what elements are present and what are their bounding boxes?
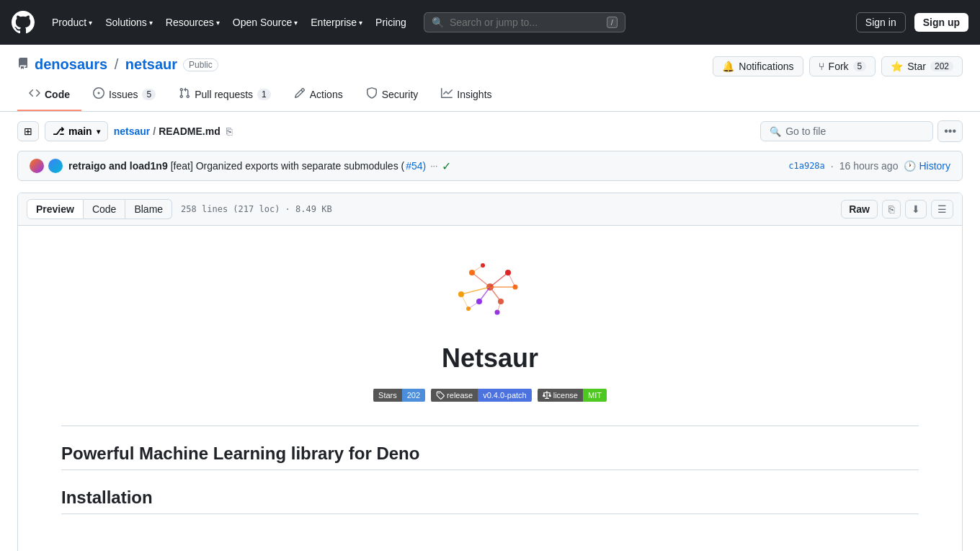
nav-open-source[interactable]: Open Source ▾ (227, 12, 304, 32)
chevron-down-icon: ▾ (149, 19, 153, 27)
visibility-badge: Public (183, 58, 218, 71)
chevron-down-icon: ▾ (216, 19, 220, 27)
github-logo-icon (12, 11, 35, 34)
sidebar-expand-icon: ⊞ (24, 125, 32, 137)
go-to-file-input[interactable]: 🔍 Go to file (760, 121, 933, 141)
github-logo[interactable] (12, 11, 35, 34)
file-browser-header: ⊞ ⎇ main ▾ netsaur / README.md ⎘ 🔍 Go to… (0, 112, 980, 151)
repo-name-link[interactable]: netsaur (125, 56, 177, 72)
branch-chevron-icon: ▾ (97, 128, 100, 136)
tab-actions[interactable]: Actions (282, 79, 355, 111)
repo-tabs: Code Issues 5 Pull requests 1 Actions (0, 79, 980, 112)
search-icon: 🔍 (432, 17, 444, 28)
tab-code[interactable]: Code (17, 79, 81, 111)
code-icon (29, 87, 40, 101)
chevron-down-icon: ▾ (359, 19, 362, 27)
fork-button[interactable]: ⑂ Fork 5 (809, 56, 876, 76)
nav-pricing[interactable]: Pricing (370, 12, 412, 32)
copy-icon: ⎘ (888, 203, 894, 215)
svg-line-16 (472, 265, 483, 273)
search-input[interactable] (450, 17, 601, 28)
svg-line-18 (468, 301, 479, 309)
star-icon: ⭐ (891, 61, 903, 72)
code-tab[interactable]: Code (84, 199, 125, 219)
release-badge: release v0.4.0-patch (431, 388, 532, 402)
commit-pr-link[interactable]: #54) (406, 160, 426, 172)
breadcrumb-file: README.md (159, 125, 220, 137)
svg-line-14 (490, 287, 501, 301)
tab-issues[interactable]: Issues 5 (81, 79, 167, 111)
svg-line-10 (472, 273, 490, 287)
signin-button[interactable]: Sign in (856, 12, 906, 32)
star-button[interactable]: ⭐ Star 202 (881, 56, 963, 76)
branch-icon: ⎇ (53, 125, 64, 137)
history-icon: 🕐 (904, 160, 916, 172)
download-button[interactable]: ⬇ (905, 200, 927, 219)
copy-content-button[interactable]: ⎘ (882, 200, 901, 219)
bell-icon: 🔔 (722, 61, 734, 72)
fork-icon: ⑂ (819, 61, 824, 72)
chevron-down-icon: ▾ (294, 19, 298, 27)
breadcrumb: netsaur / README.md ⎘ (114, 124, 235, 138)
commit-authors: retraigo and load1n9 (68, 160, 168, 172)
pr-count: 1 (257, 89, 271, 100)
list-icon: ☰ (937, 203, 947, 215)
expand-sidebar-button[interactable]: ⊞ (17, 121, 39, 141)
commit-sha-link[interactable]: c1a928a (788, 161, 825, 171)
commit-dot-separator: · (831, 160, 834, 172)
tab-insights[interactable]: Insights (429, 79, 503, 111)
breadcrumb-repo-link[interactable]: netsaur (114, 125, 151, 137)
nav-solutions[interactable]: Solutions ▾ (99, 12, 159, 32)
readme-section-heading-install: Installation (61, 488, 919, 514)
svg-line-11 (490, 273, 508, 287)
blame-tab[interactable]: Blame (125, 199, 172, 219)
stars-badge: Stars 202 (373, 388, 425, 402)
file-viewer: Preview Code Blame 258 lines (217 loc) ·… (17, 193, 963, 551)
breadcrumb-separator: / (153, 125, 156, 137)
notifications-button[interactable]: 🔔 Notifications (713, 56, 803, 76)
svg-line-20 (461, 294, 468, 309)
security-icon (366, 87, 378, 101)
more-options-button[interactable]: ••• (937, 120, 963, 142)
download-icon: ⬇ (912, 203, 920, 215)
header-actions: Sign in Sign up (856, 12, 968, 32)
chevron-down-icon: ▾ (89, 19, 92, 27)
repo-org-link[interactable]: denosaurs (35, 56, 107, 72)
tab-security[interactable]: Security (355, 79, 430, 111)
list-button[interactable]: ☰ (931, 200, 953, 219)
commit-message: [feat] Organized exports with separate s… (171, 160, 405, 172)
star-count: 202 (930, 61, 953, 71)
branch-selector[interactable]: ⎇ main ▾ (45, 121, 108, 141)
search-icon: 🔍 (770, 126, 781, 137)
commit-expand-icon: ··· (430, 161, 437, 171)
copy-path-button[interactable]: ⎘ (223, 124, 235, 138)
readme-section-heading-ml: Powerful Machine Learning library for De… (61, 444, 919, 470)
issues-count: 5 (142, 89, 156, 100)
actions-icon (294, 87, 306, 101)
readme-content: Netsaur Stars 202 release v0.4.0-patch (18, 226, 962, 551)
readme-logo (61, 255, 919, 329)
repo-actions: 🔔 Notifications ⑂ Fork 5 ⭐ Star 202 (713, 56, 963, 76)
file-info: 258 lines (217 loc) · 8.49 KB (181, 204, 332, 214)
nav-product[interactable]: Product ▾ (46, 12, 98, 32)
repo-section: denosaurs / netsaur Public 🔔 Notificatio… (0, 45, 980, 112)
readme-divider (61, 426, 919, 426)
issue-icon (93, 87, 104, 101)
github-header: Product ▾ Solutions ▾ Resources ▾ Open S… (0, 0, 980, 45)
signup-button[interactable]: Sign up (914, 13, 968, 32)
preview-tab[interactable]: Preview (27, 199, 84, 219)
tab-pull-requests[interactable]: Pull requests 1 (167, 79, 282, 111)
search-kbd-shortcut: / (607, 17, 618, 28)
nav-resources[interactable]: Resources ▾ (160, 12, 226, 32)
copy-icon: ⎘ (226, 125, 232, 137)
raw-button[interactable]: Raw (841, 200, 878, 219)
view-tabs: Preview Code Blame (27, 199, 172, 219)
history-link[interactable]: 🕐 History (904, 160, 950, 172)
nav-enterprise[interactable]: Enterprise ▾ (305, 12, 368, 32)
ellipsis-icon: ••• (944, 125, 956, 138)
readme-title: Netsaur (61, 343, 919, 374)
readme-badges: Stars 202 release v0.4.0-patch license M… (61, 388, 919, 402)
repo-path: denosaurs / netsaur (35, 56, 177, 73)
search-bar[interactable]: 🔍 / (424, 12, 625, 32)
commit-row: retraigo and load1n9 [feat] Organized ex… (17, 151, 963, 181)
